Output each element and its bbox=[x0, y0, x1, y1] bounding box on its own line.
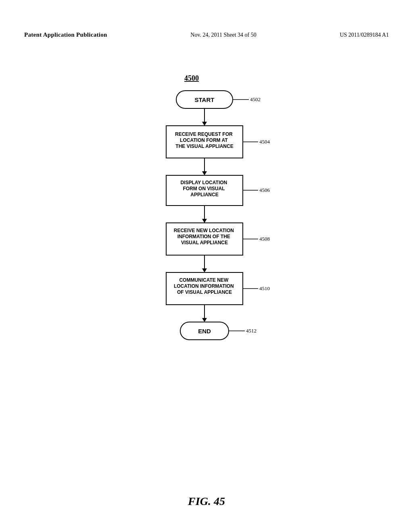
header: Patent Application Publication Nov. 24, … bbox=[0, 31, 413, 38]
step-4508-label: RECEIVE NEW LOCATION INFORMATION OF THE … bbox=[174, 228, 235, 245]
arrow-1 bbox=[202, 122, 207, 126]
header-right: US 2011/0289184 A1 bbox=[340, 32, 389, 38]
step-id-4504: 4504 bbox=[259, 139, 270, 145]
diagram-container: 4500 START 4502 RECEIVE REQUEST FOR LOCA… bbox=[0, 64, 413, 451]
arrow-5 bbox=[202, 318, 207, 322]
header-center: Nov. 24, 2011 Sheet 34 of 50 bbox=[190, 32, 256, 38]
step-id-4512: 4512 bbox=[246, 328, 257, 334]
arrow-4 bbox=[202, 268, 207, 272]
step-id-4502: 4502 bbox=[250, 96, 261, 102]
step-id-4506: 4506 bbox=[259, 187, 270, 193]
figure-caption: FIG. 45 bbox=[0, 495, 413, 508]
diagram-label: 4500 bbox=[184, 74, 199, 82]
end-label: END bbox=[198, 328, 211, 335]
step-4504-label: RECEIVE REQUEST FOR LOCATION FORM AT THE… bbox=[175, 131, 234, 149]
step-id-4510: 4510 bbox=[259, 285, 270, 291]
page: Patent Application Publication Nov. 24, … bbox=[0, 0, 413, 532]
arrow-2 bbox=[202, 171, 207, 175]
step-4510-label: COMMUNICATE NEW LOCATION INFORMATION OF … bbox=[174, 277, 235, 295]
flowchart-svg: 4500 START 4502 RECEIVE REQUEST FOR LOCA… bbox=[106, 69, 307, 451]
start-label: START bbox=[195, 96, 215, 103]
step-id-4508: 4508 bbox=[259, 236, 270, 242]
header-left: Patent Application Publication bbox=[24, 31, 107, 38]
arrow-3 bbox=[202, 219, 207, 223]
